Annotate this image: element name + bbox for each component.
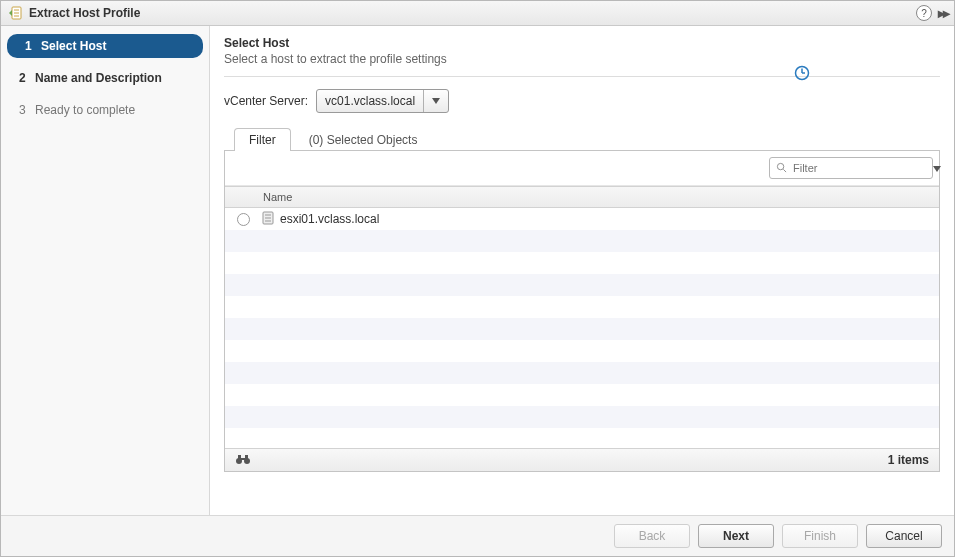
tab-selected-objects[interactable]: (0) Selected Objects [295, 129, 432, 151]
host-profile-icon [7, 5, 23, 21]
finish-button: Finish [782, 524, 858, 548]
dialog-title: Extract Host Profile [29, 6, 916, 20]
host-table-panel: Name esxi01.vclass.loc [224, 150, 940, 472]
svg-line-8 [783, 169, 786, 172]
step-select-host[interactable]: 1 Select Host [7, 34, 203, 58]
tab-filter[interactable]: Filter [234, 128, 291, 151]
svg-rect-16 [245, 455, 248, 459]
main-content: Select Host Select a host to extract the… [210, 26, 954, 515]
filter-dropdown-icon[interactable] [933, 163, 941, 174]
column-name[interactable]: Name [263, 191, 292, 203]
separator [224, 76, 940, 77]
filter-field[interactable] [791, 161, 933, 175]
vcenter-server-dropdown[interactable]: vc01.vclass.local [316, 89, 449, 113]
row-radio[interactable] [237, 213, 250, 226]
page-subtitle: Select a host to extract the profile set… [224, 52, 940, 66]
cancel-button[interactable]: Cancel [866, 524, 942, 548]
loading-spinner-icon [794, 65, 810, 84]
page-title: Select Host [224, 36, 940, 50]
titlebar: Extract Host Profile ? ▸▸ [1, 1, 954, 26]
svg-point-7 [777, 163, 783, 169]
row-name: esxi01.vclass.local [280, 212, 379, 226]
host-icon [262, 211, 274, 228]
step-name-description[interactable]: 2 Name and Description [1, 66, 209, 90]
vcenter-server-value: vc01.vclass.local [325, 94, 415, 108]
search-icon [776, 162, 787, 175]
svg-rect-17 [241, 458, 245, 460]
next-button[interactable]: Next [698, 524, 774, 548]
chevron-down-icon [423, 90, 448, 112]
table-filter-input[interactable] [769, 157, 933, 179]
collapse-icon[interactable]: ▸▸ [938, 5, 948, 21]
table-row[interactable]: esxi01.vclass.local [225, 208, 939, 230]
dialog-footer: Back Next Finish Cancel [1, 515, 954, 556]
vcenter-server-label: vCenter Server: [224, 94, 308, 108]
wizard-steps: 1 Select Host 2 Name and Description 3 R… [1, 26, 210, 515]
help-icon[interactable]: ? [916, 5, 932, 21]
binoculars-icon[interactable] [235, 452, 251, 468]
svg-rect-15 [238, 455, 241, 459]
table-body: esxi01.vclass.local [225, 208, 939, 448]
back-button: Back [614, 524, 690, 548]
step-ready-complete: 3 Ready to complete [1, 98, 209, 122]
item-count: 1 items [888, 453, 929, 467]
table-header: Name [225, 186, 939, 208]
